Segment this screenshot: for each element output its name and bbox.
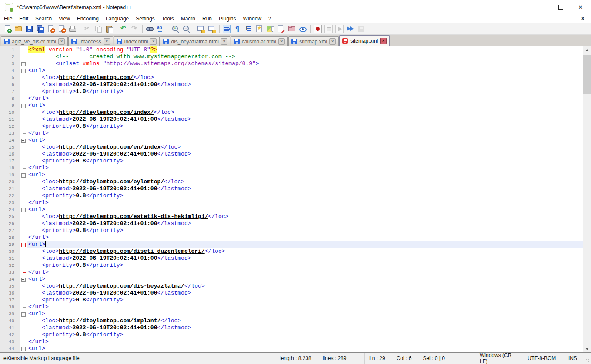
new-icon[interactable]: [3, 25, 12, 33]
menu-window[interactable]: Window: [239, 15, 265, 23]
menu-macro[interactable]: Macro: [177, 15, 199, 23]
code-line[interactable]: 2 <!-- created with www.mysitemapgenerat…: [0, 53, 583, 60]
udl-dialog-icon[interactable]: [255, 25, 264, 33]
save-icon[interactable]: [25, 25, 33, 33]
code-line[interactable]: 20 <loc>http://dteylemtop.com/eylemtop/<…: [0, 179, 583, 185]
code-line[interactable]: 6 <lastmod>2022-06-19T20:02:41+01:00</la…: [0, 81, 583, 88]
code-line[interactable]: 9<url>: [0, 102, 583, 109]
macro-record-icon[interactable]: [314, 25, 322, 33]
code-line-text[interactable]: </url>: [27, 95, 583, 102]
code-line-text[interactable]: <priority>0.8</priority>: [27, 123, 583, 130]
menu-file[interactable]: File: [0, 15, 16, 23]
folder-workspace-icon[interactable]: [288, 25, 296, 33]
code-line-text[interactable]: <loc>http://dteylemtop.com/implant/</loc…: [27, 318, 583, 324]
code-line[interactable]: 13</url>: [0, 130, 583, 137]
code-line-text[interactable]: <priority>0.8</priority>: [27, 262, 583, 269]
code-line[interactable]: 36 <lastmod>2022-06-19T20:02:41+01:00</l…: [0, 290, 583, 297]
sync-h-icon[interactable]: [208, 25, 216, 33]
status-eol-format[interactable]: Windows (CR LF): [475, 353, 523, 364]
menu-encoding[interactable]: Encoding: [73, 15, 102, 23]
code-line[interactable]: 23</url>: [0, 199, 583, 206]
maximize-button[interactable]: [551, 0, 571, 14]
fold-toggle-icon[interactable]: [21, 347, 26, 351]
code-line-text[interactable]: <lastmod>2022-06-19T20:02:41+01:00</last…: [27, 220, 583, 227]
fold-toggle-icon[interactable]: [21, 278, 26, 282]
minimize-button[interactable]: [531, 0, 551, 14]
code-line[interactable]: 3 <urlset xmlns="http://www.sitemaps.org…: [0, 60, 583, 67]
find-icon[interactable]: [146, 25, 154, 33]
code-line-text[interactable]: <lastmod>2022-06-19T20:02:41+01:00</last…: [27, 151, 583, 158]
code-line[interactable]: 42 <priority>0.8</priority>: [0, 331, 583, 338]
code-line-text[interactable]: <loc>http://dteylemtop.com/dis-beyazlatm…: [27, 283, 583, 290]
code-line[interactable]: 8</url>: [0, 95, 583, 102]
menu-view[interactable]: View: [55, 15, 73, 23]
code-line[interactable]: 15 <loc>http://dteylemtop.com/en/index</…: [0, 144, 583, 151]
print-icon[interactable]: [69, 25, 77, 33]
tab-htaccess[interactable]: .htaccess×: [68, 36, 113, 46]
code-line[interactable]: 16 <lastmod>2022-06-19T20:02:41+01:00</l…: [0, 151, 583, 158]
code-line-text[interactable]: <url>: [27, 276, 583, 283]
tab-close-icon[interactable]: ×: [104, 38, 110, 45]
code-line-text[interactable]: <lastmod>2022-06-19T20:02:41+01:00</last…: [27, 81, 583, 88]
copy-icon[interactable]: [94, 25, 103, 33]
code-line-text[interactable]: <url>: [27, 206, 583, 213]
fold-toggle-icon[interactable]: [21, 312, 26, 317]
code-line-text[interactable]: <url>: [27, 172, 583, 179]
close-button[interactable]: ✕: [571, 0, 591, 14]
code-line-text[interactable]: <!-- created with www.mysitemapgenerator…: [27, 53, 583, 60]
menu-language[interactable]: Language: [102, 15, 132, 23]
code-line[interactable]: 17 <priority>0.8</priority>: [0, 158, 583, 165]
scroll-up-arrow[interactable]: [583, 46, 591, 54]
code-line[interactable]: 32 <priority>0.8</priority>: [0, 262, 583, 269]
menu-help[interactable]: ?: [265, 15, 275, 23]
tab-close-icon[interactable]: ×: [278, 38, 285, 45]
menu-plugins[interactable]: Plugins: [215, 15, 239, 23]
code-line[interactable]: 29<url>: [0, 241, 583, 248]
code-line-text[interactable]: </url>: [27, 199, 583, 206]
close-all-icon[interactable]: [58, 25, 66, 33]
code-line-text[interactable]: <loc>http://dteylemtop.com/index/</loc>: [27, 109, 583, 116]
code-line[interactable]: 12 <priority>0.8</priority>: [0, 123, 583, 130]
vertical-scrollbar[interactable]: [583, 46, 591, 352]
code-line[interactable]: 41 <lastmod>2022-06-19T20:02:41+01:00</l…: [0, 324, 583, 331]
tab-calismalar-html[interactable]: calismalar.html×: [231, 36, 288, 46]
fold-toggle-icon[interactable]: [21, 243, 26, 247]
menu-bar-close-x[interactable]: X: [575, 16, 591, 22]
code-line[interactable]: 4<url>: [0, 67, 583, 74]
fold-toggle-icon[interactable]: [21, 139, 26, 143]
code-line[interactable]: 33</url>: [0, 269, 583, 276]
cut-icon[interactable]: [83, 25, 92, 33]
fold-toggle-icon[interactable]: [21, 173, 26, 178]
code-line[interactable]: 27 <priority>0.8</priority>: [0, 227, 583, 234]
code-line[interactable]: 11 <lastmod>2022-06-19T20:02:41+01:00</l…: [0, 116, 583, 123]
code-line[interactable]: 34<url>: [0, 276, 583, 283]
fold-toggle-icon[interactable]: [21, 104, 26, 108]
code-line[interactable]: 18</url>: [0, 165, 583, 172]
code-line-text[interactable]: <urlset xmlns="http://www.sitemaps.org/s…: [27, 60, 583, 67]
open-icon[interactable]: [14, 25, 23, 33]
macro-run-multiple-icon[interactable]: [346, 25, 354, 33]
redo-icon[interactable]: [131, 25, 139, 33]
macro-play-icon[interactable]: [335, 25, 344, 33]
code-line-text[interactable]: <lastmod>2022-06-19T20:02:41+01:00</last…: [27, 255, 583, 262]
code-line-text[interactable]: <loc>http://dteylemtop.com/eylemtop/</lo…: [27, 179, 583, 185]
fold-toggle-icon[interactable]: [21, 62, 26, 66]
scrollbar-thumb[interactable]: [583, 55, 591, 94]
code-line-text[interactable]: <priority>1.0</priority>: [27, 88, 583, 95]
function-list-icon[interactable]: [277, 25, 285, 33]
code-line[interactable]: 10 <loc>http://dteylemtop.com/index/</lo…: [0, 109, 583, 116]
tab-agiz-ve-disler-html[interactable]: agiz_ve_disler.html×: [1, 36, 68, 46]
code-line-text[interactable]: </url>: [27, 304, 583, 311]
code-line[interactable]: 24<url>: [0, 206, 583, 213]
status-encoding[interactable]: UTF-8-BOM: [523, 353, 564, 364]
indent-guide-icon[interactable]: [244, 25, 253, 33]
close-icon[interactable]: [47, 25, 55, 33]
code-line-text[interactable]: <priority>0.8</priority>: [27, 297, 583, 304]
tab-index-html[interactable]: index.html×: [114, 36, 160, 46]
code-line[interactable]: 31 <lastmod>2022-06-19T20:02:41+01:00</l…: [0, 255, 583, 262]
replace-icon[interactable]: [157, 25, 165, 33]
code-line-text[interactable]: <url>: [27, 137, 583, 144]
code-line-text[interactable]: <lastmod>2022-06-19T20:02:41+01:00</last…: [27, 185, 583, 192]
code-line[interactable]: 28</url>: [0, 234, 583, 241]
doc-map-icon[interactable]: [266, 25, 274, 33]
